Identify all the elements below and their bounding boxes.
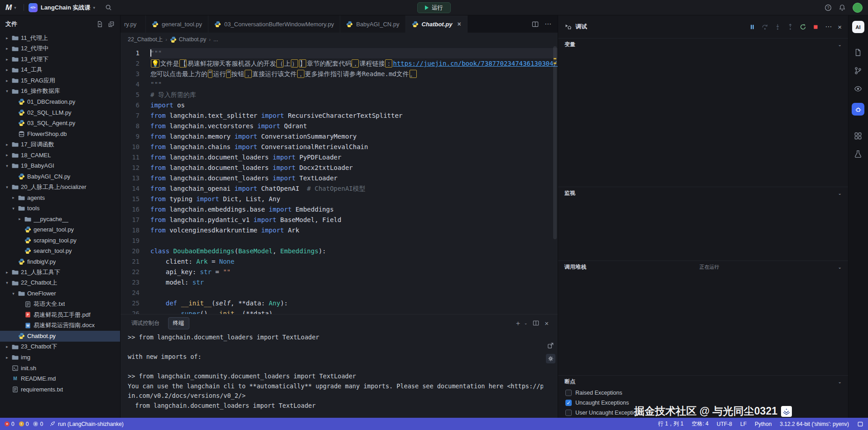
new-file-icon[interactable] <box>96 21 103 28</box>
problems-indicators[interactable]: ×0!0i0 <box>5 421 43 427</box>
tree-item-file[interactable]: findbigV.py <box>0 256 120 267</box>
warning-count[interactable]: !0 <box>19 421 29 427</box>
tree-item-file[interactable]: search_tool.py <box>0 246 120 256</box>
tree-item-folder[interactable]: ▾22_Chatbot上 <box>0 278 120 289</box>
tree-item-folder[interactable]: ▸11_代理上 <box>0 33 120 43</box>
code-editor[interactable]: 1234567891011121314151617181920212223242… <box>121 46 558 314</box>
tree-item-folder[interactable]: ▾OneFlower <box>0 288 120 299</box>
debug-view-icon[interactable] <box>852 103 864 116</box>
eye-icon[interactable] <box>854 85 862 93</box>
editor-tab[interactable]: BabyAGI_CN.py <box>340 15 405 33</box>
python-debug-console-icon[interactable] <box>546 354 555 363</box>
more-actions-icon[interactable]: ⋯ <box>545 20 551 28</box>
avatar[interactable] <box>853 3 863 13</box>
editor-tab[interactable]: ry.py <box>121 15 146 33</box>
chevron-down-icon[interactable]: ▾ <box>14 5 16 10</box>
breadcrumb-item[interactable]: ... <box>213 36 218 43</box>
ai-assistant-icon[interactable]: AI <box>852 21 864 33</box>
chevron-down-icon[interactable]: ⌄ <box>838 265 842 270</box>
step-out-button[interactable] <box>787 24 794 30</box>
tree-item-folder[interactable]: ▸agents <box>0 193 120 203</box>
tree-item-file[interactable]: 花语大全.txt <box>0 299 120 310</box>
search-icon[interactable] <box>105 4 112 11</box>
tree-item-folder[interactable]: ▸17_回调函数 <box>0 139 120 150</box>
editor-tab[interactable]: 03_ConversationBufferWindowMemory.py <box>208 15 340 33</box>
tree-item-folder[interactable]: ▸14_工具 <box>0 65 120 76</box>
close-icon[interactable]: × <box>457 20 461 28</box>
editor-tab[interactable]: Chatbot.py× <box>406 15 468 33</box>
tree-item-file[interactable]: W易速鲜花运营指南.docx <box>0 320 120 331</box>
breakpoints-section-header[interactable]: 断点 ⌄ <box>558 375 848 388</box>
tree-item-folder[interactable]: ▾tools <box>0 203 120 214</box>
indentation-setting[interactable]: 空格: 4 <box>692 420 709 428</box>
cursor-position[interactable]: 行 1，列 1 <box>658 420 684 428</box>
tree-item-folder[interactable]: ▸12_代理中 <box>0 43 120 54</box>
tree-item-folder[interactable]: ▾19_BabyAGI <box>0 160 120 171</box>
error-count[interactable]: ×0 <box>5 421 14 427</box>
tree-item-file[interactable]: MREADME.md <box>0 373 120 384</box>
new-terminal-icon[interactable]: ＋ <box>515 319 521 328</box>
run-button[interactable]: 运行 <box>417 2 451 13</box>
pause-button[interactable] <box>749 24 756 30</box>
editor-tab[interactable]: general_tool.py <box>146 15 208 33</box>
tree-item-folder[interactable]: ▾16_操作数据库 <box>0 86 120 97</box>
app-logo[interactable]: M <box>5 3 11 12</box>
tree-item-folder[interactable]: ▸img <box>0 352 120 363</box>
tree-item-folder[interactable]: ▸21_人脉工具下 <box>0 267 120 278</box>
help-icon[interactable]: ? <box>825 4 832 11</box>
collapse-all-icon[interactable] <box>108 21 115 28</box>
workspace-name[interactable]: LangChain 实战课 <box>41 4 91 12</box>
python-interpreter[interactable]: 3.12.2 64-bit ('shims': pyenv) <box>780 421 849 427</box>
chevron-down-icon[interactable]: ⌄ <box>838 379 842 384</box>
chevron-down-icon[interactable]: ⌄ <box>838 191 842 196</box>
checkbox[interactable]: ✓ <box>565 400 572 406</box>
breadcrumb-item[interactable]: 22_Chatbot上 <box>128 36 163 43</box>
tree-item-folder[interactable]: ▸13_代理下 <box>0 54 120 65</box>
tree-item-folder[interactable]: ▾20_人脉工具上/socializer <box>0 182 120 193</box>
breakpoint-item[interactable]: Raised Exceptions <box>558 388 848 398</box>
step-over-button[interactable] <box>762 24 768 30</box>
checkbox[interactable] <box>565 410 572 416</box>
apps-grid-icon[interactable] <box>854 132 862 140</box>
tree-item-file[interactable]: 01_DBCreation.py <box>0 97 120 107</box>
close-panel-icon[interactable]: × <box>545 319 549 327</box>
checkbox[interactable] <box>565 390 572 396</box>
tree-item-folder[interactable]: ▸__pycache__ <box>0 214 120 225</box>
watch-section-header[interactable]: 监视 ⌄ <box>558 187 848 199</box>
more-actions-icon[interactable]: ⋯ <box>825 23 832 31</box>
chevron-down-icon[interactable]: ▾ <box>93 5 95 10</box>
terminal-output[interactable]: >> from langchain.document_loaders impor… <box>121 332 543 418</box>
breadcrumb-item[interactable]: Chatbot.py <box>170 36 206 43</box>
explorer-icon[interactable] <box>854 48 862 57</box>
step-into-button[interactable] <box>774 24 781 30</box>
eol-setting[interactable]: LF <box>740 421 747 427</box>
split-terminal-icon[interactable] <box>533 320 539 326</box>
tree-item-file[interactable]: P易速鲜花员工手册.pdf <box>0 309 120 320</box>
call-stack-section-header[interactable]: 调用堆栈 正在运行 ⌄ <box>558 261 848 273</box>
close-icon[interactable]: × <box>838 23 842 31</box>
variables-section-header[interactable]: 变量 ⌄ <box>558 38 848 51</box>
tree-item-file[interactable]: 02_SQL_LLM.py <box>0 107 120 118</box>
tree-item-file[interactable]: general_tool.py <box>0 224 120 235</box>
notifications-icon[interactable] <box>857 421 863 427</box>
tree-item-file[interactable]: FlowerShop.db <box>0 129 120 140</box>
beaker-icon[interactable] <box>854 150 862 158</box>
chevron-down-icon[interactable]: ⌄ <box>524 321 528 325</box>
language-mode[interactable]: Python <box>755 421 772 427</box>
source-control-icon[interactable] <box>854 67 862 75</box>
tree-item-file[interactable]: Chatbot.py <box>0 331 120 342</box>
encoding-setting[interactable]: UTF-8 <box>717 421 732 427</box>
tree-item-file[interactable]: init.sh <box>0 363 120 374</box>
stop-button[interactable] <box>812 24 819 30</box>
tree-item-file[interactable]: BabyAGI_CN.py <box>0 171 120 182</box>
tree-item-folder[interactable]: ▸18_CAMEL <box>0 150 120 161</box>
open-preview-icon[interactable] <box>546 341 555 350</box>
tree-item-file[interactable]: 03_SQL_Agent.py <box>0 118 120 129</box>
info-count[interactable]: i0 <box>33 421 43 427</box>
bell-icon[interactable] <box>839 4 846 11</box>
restart-button[interactable] <box>800 24 806 30</box>
tree-item-folder[interactable]: ▸15_RAG应用 <box>0 75 120 86</box>
panel-tab[interactable]: 终端 <box>168 317 189 329</box>
panel-tab[interactable]: 调试控制台 <box>127 318 164 329</box>
editor-scrollbar[interactable] <box>552 46 558 314</box>
